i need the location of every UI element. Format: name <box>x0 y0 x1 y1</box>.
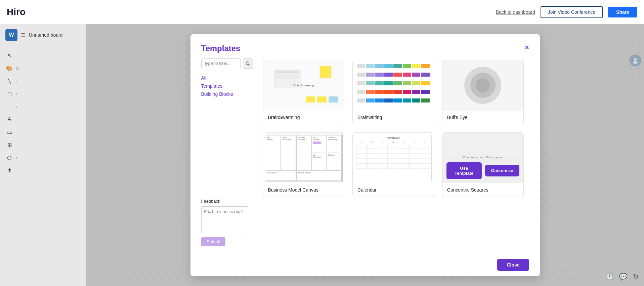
shape-expand-icon: › <box>16 105 17 109</box>
filter-search-button[interactable] <box>243 58 253 69</box>
modal-close-footer-button[interactable]: Close <box>497 259 529 271</box>
app-header: Hiro Back to dashboard Join Video Confer… <box>0 0 644 24</box>
cube-expand-icon: › <box>16 156 17 160</box>
table-icon: ⊞ <box>5 141 13 149</box>
feedback-label: Feedback <box>201 199 255 204</box>
template-card-brainswarming[interactable]: BrainSwarming BrainSwarming <box>263 60 345 124</box>
template-name-concentric: Concentric Squares <box>442 183 523 197</box>
nav-all[interactable]: All <box>201 74 255 82</box>
template-thumb-brainwriting <box>353 60 434 111</box>
paint-expand-icon: 2 › <box>16 67 20 70</box>
filter-input[interactable] <box>201 58 241 68</box>
nav-templates[interactable]: Templates <box>201 82 255 90</box>
pen-tool[interactable]: ╲ › <box>0 75 86 87</box>
share-button[interactable]: Share <box>608 7 637 17</box>
frame-tool[interactable]: ▭ <box>0 126 86 138</box>
upload-icon: ⬆ <box>5 166 13 174</box>
template-card-calendar[interactable]: November S M T W T F S <box>352 132 434 197</box>
frame-icon: ▭ <box>5 128 13 136</box>
sidebar-tools: ↖ 🎨 2 › ╲ › ◻ › □ › A ▭ ⊞ ⬡ › <box>0 46 86 180</box>
modal-footer: Close <box>190 253 540 276</box>
feedback-section: Feedback Submit <box>201 199 255 253</box>
erase-tool[interactable]: ◻ › <box>0 88 86 100</box>
erase-icon: ◻ <box>5 90 13 98</box>
svg-line-3 <box>249 64 250 66</box>
templates-modal: Templates × All Templates Building Block… <box>190 34 540 276</box>
modal-overlay: Templates × All Templates Building Block… <box>86 24 644 286</box>
template-thumb-brainswarming: BrainSwarming <box>263 60 344 111</box>
back-to-dashboard-link[interactable]: Back to dashboard <box>496 9 535 15</box>
upload-expand-icon: › <box>16 169 17 172</box>
paint-tool[interactable]: 🎨 2 › <box>0 62 86 74</box>
text-tool[interactable]: A <box>0 113 86 125</box>
cursor-icon: ↖ <box>5 51 13 59</box>
paint-icon: 🎨 <box>5 64 13 72</box>
pen-expand-icon: › <box>16 79 17 83</box>
template-thumb-bmc: KeyPartners KeyActivities note ValueProp… <box>263 133 344 183</box>
bullseye-outer <box>464 67 501 104</box>
template-name-bmc: Business Model Canvas <box>263 183 344 197</box>
erase-expand-icon: › <box>16 92 17 96</box>
modal-header: Templates × <box>190 34 540 58</box>
cube-tool[interactable]: ⬡ › <box>0 152 86 164</box>
cursor-tool[interactable]: ↖ <box>0 49 86 62</box>
bullseye-middle <box>470 73 496 98</box>
template-card-bmc[interactable]: KeyPartners KeyActivities note ValueProp… <box>263 132 345 197</box>
filter-wrap <box>201 58 255 69</box>
template-name-brainswarming: BrainSwarming <box>263 111 344 124</box>
template-thumb-concentric: Concentric Squares Use Template Customiz… <box>442 133 523 183</box>
menu-icon[interactable]: ☰ <box>21 32 26 38</box>
join-video-button[interactable]: Join Video Conference <box>541 6 603 18</box>
table-tool[interactable]: ⊞ <box>0 139 86 151</box>
template-card-bullseye[interactable]: Bull's Eye <box>442 60 524 124</box>
template-card-concentric[interactable]: Concentric Squares Use Template Customiz… <box>442 132 524 197</box>
modal-title: Templates <box>201 44 241 53</box>
feedback-submit-button[interactable]: Submit <box>201 237 225 246</box>
modal-left-panel: All Templates Building Blocks Feedback S… <box>201 58 255 253</box>
template-card-brainwriting[interactable]: Brainwriting <box>352 60 434 124</box>
cube-icon: ⬡ <box>5 154 13 162</box>
concentric-actions: Use Template Customize <box>442 158 523 183</box>
modal-close-button[interactable]: × <box>525 44 529 51</box>
shape-icon: □ <box>5 103 13 111</box>
board-icon: W <box>5 29 17 41</box>
board-name: Unnamed board <box>29 32 62 38</box>
template-thumb-calendar: November S M T W T F S <box>353 133 434 183</box>
template-thumb-bullseye <box>442 60 523 111</box>
board-icon-letter: W <box>9 32 14 38</box>
template-name-calendar: Calendar <box>353 183 434 197</box>
pen-icon: ╲ <box>5 77 13 85</box>
upload-tool[interactable]: ⬆ › <box>0 164 86 176</box>
feedback-textarea[interactable] <box>201 206 248 233</box>
customize-button[interactable]: Customize <box>485 165 519 176</box>
modal-body: All Templates Building Blocks Feedback S… <box>190 58 540 253</box>
text-icon: A <box>5 115 13 123</box>
header-actions: Back to dashboard Join Video Conference … <box>496 6 637 18</box>
use-template-button[interactable]: Use Template <box>446 162 482 179</box>
bullseye-center <box>476 78 490 92</box>
modal-right-panel: BrainSwarming BrainSwarming <box>255 58 529 253</box>
canvas-area[interactable]: 🕐 💬 ↻ Templates × A <box>86 24 644 286</box>
shape-tool[interactable]: □ › <box>0 100 86 113</box>
template-name-bullseye: Bull's Eye <box>442 111 523 124</box>
nav-building-blocks[interactable]: Building Blocks <box>201 90 255 98</box>
app-logo: Hiro <box>7 7 26 17</box>
templates-grid: BrainSwarming BrainSwarming <box>263 58 529 197</box>
sidebar-header: W ☰ Unnamed board <box>0 24 86 46</box>
template-name-brainwriting: Brainwriting <box>353 111 434 124</box>
sidebar: W ☰ Unnamed board ↖ 🎨 2 › ╲ › ◻ › □ › A … <box>0 24 86 286</box>
